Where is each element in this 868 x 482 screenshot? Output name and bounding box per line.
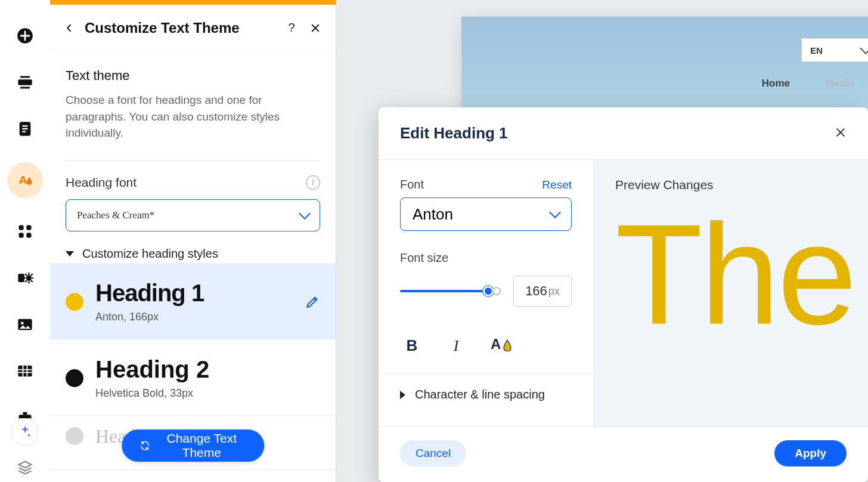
customize-styles-label: Customize heading styles — [82, 247, 218, 261]
close-icon — [310, 23, 321, 33]
italic-toggle[interactable]: I — [447, 337, 466, 355]
svg-rect-6 — [22, 128, 27, 129]
icon-rail: A — [0, 0, 50, 482]
rail-settings[interactable] — [12, 265, 38, 291]
accent-bar — [50, 0, 336, 5]
change-theme-label: Change Text Theme — [157, 431, 246, 460]
edit-heading-modal: Edit Heading 1 Font Reset Anton Font siz… — [379, 107, 868, 482]
font-select-dropdown[interactable]: Anton — [400, 197, 572, 231]
color-bullet — [66, 293, 83, 311]
grid-icon — [17, 223, 33, 240]
nav-home[interactable]: Home — [762, 78, 790, 89]
panel-title: Customize Text Theme — [85, 20, 276, 36]
close-modal-button[interactable] — [835, 125, 847, 142]
panel-body: Text theme Choose a font for headings an… — [50, 51, 336, 482]
text-theme-title: Text theme — [66, 68, 320, 84]
heading-style-name: Heading 2 — [95, 357, 320, 381]
style-toggles: B I A — [400, 330, 572, 373]
text-theme-desc: Choose a font for headings and one for p… — [66, 92, 320, 141]
language-value: EN — [810, 45, 823, 55]
rail-add[interactable] — [12, 23, 38, 49]
reset-font-link[interactable]: Reset — [542, 178, 572, 191]
rail-ai[interactable] — [12, 419, 38, 445]
close-icon — [835, 126, 847, 138]
preview-nav: Home Media Local Ammenities — [461, 78, 868, 89]
heading-font-row: Heading font i — [66, 175, 320, 190]
nav-media[interactable]: Media — [826, 78, 854, 89]
svg-point-16 — [21, 322, 24, 325]
font-field-label: Font — [400, 178, 424, 191]
cancel-button[interactable]: Cancel — [400, 440, 466, 466]
svg-rect-17 — [18, 366, 32, 377]
rail-theme[interactable]: A — [7, 162, 43, 198]
svg-rect-2 — [20, 76, 30, 78]
rail-media[interactable] — [12, 311, 38, 338]
puzzle-gear-icon — [17, 270, 33, 286]
font-size-label: Font size — [400, 251, 572, 265]
text-color-toggle[interactable]: A — [491, 337, 511, 355]
help-button[interactable]: ? — [283, 20, 300, 36]
customize-heading-styles-toggle[interactable]: Customize heading styles — [66, 247, 320, 261]
heading-style-meta: Anton, 166px — [95, 311, 293, 323]
font-size-slider[interactable] — [400, 285, 501, 297]
modal-title: Edit Heading 1 — [400, 124, 508, 143]
rail-sections[interactable] — [12, 69, 38, 95]
color-drop-icon — [503, 339, 512, 351]
rail-layers[interactable] — [12, 459, 38, 476]
slider-end-marker — [492, 287, 501, 295]
rail-apps[interactable] — [12, 218, 38, 245]
rail-pages[interactable] — [12, 116, 38, 142]
side-panel: Customize Text Theme ? Text theme Choose… — [50, 0, 336, 482]
heading-style-item-1[interactable]: Heading 1 Anton, 166px — [50, 263, 336, 339]
apply-button[interactable]: Apply — [774, 440, 847, 466]
bold-toggle[interactable]: B — [402, 336, 421, 355]
layers-icon — [17, 459, 33, 476]
back-button[interactable] — [62, 21, 76, 35]
pencil-icon — [305, 294, 320, 310]
svg-rect-10 — [26, 225, 31, 230]
plus-circle-icon — [17, 27, 33, 44]
svg-rect-3 — [20, 87, 30, 89]
table-icon — [17, 363, 33, 379]
svg-text:A: A — [19, 174, 27, 186]
close-panel-button[interactable] — [307, 20, 324, 36]
svg-rect-1 — [18, 79, 32, 85]
text-theme-icon: A — [17, 172, 33, 189]
rail-table[interactable] — [12, 358, 38, 384]
triangle-right-icon — [400, 391, 405, 399]
svg-point-14 — [26, 275, 32, 280]
svg-rect-12 — [26, 233, 31, 237]
refresh-icon — [140, 439, 150, 452]
chevron-down-icon — [860, 42, 868, 54]
language-select[interactable]: EN — [801, 38, 868, 62]
chevron-down-icon — [549, 206, 561, 218]
font-size-unit: px — [548, 285, 560, 298]
svg-rect-9 — [19, 225, 24, 230]
character-line-spacing-toggle[interactable]: Character & line spacing — [400, 373, 572, 416]
change-text-theme-button[interactable]: Change Text Theme — [122, 430, 265, 462]
modal-preview: Preview Changes The — [593, 160, 868, 427]
page-icon — [17, 120, 33, 137]
divider — [66, 160, 320, 161]
image-icon — [17, 316, 33, 333]
color-bullet — [66, 369, 83, 387]
section-icon — [17, 74, 33, 91]
edit-style-button[interactable] — [305, 294, 320, 310]
font-size-input[interactable]: 166px — [513, 276, 572, 307]
chevron-left-icon — [64, 23, 75, 33]
heading-style-meta: Helvetica Bold, 33px — [95, 387, 320, 400]
svg-rect-7 — [22, 131, 26, 132]
preview-changes-label: Preview Changes — [615, 178, 847, 192]
font-select-value: Anton — [413, 205, 453, 224]
heading-style-item-2[interactable]: Heading 2 Helvetica Bold, 33px — [50, 339, 336, 416]
info-icon[interactable]: i — [306, 175, 320, 190]
sparkle-icon — [17, 424, 33, 440]
font-size-value: 166 — [525, 283, 547, 299]
slider-fill — [400, 290, 488, 292]
svg-rect-19 — [23, 412, 27, 415]
panel-header: Customize Text Theme ? — [50, 5, 336, 51]
modal-footer: Cancel Apply — [379, 427, 868, 482]
heading-font-dropdown[interactable]: Peaches & Cream* — [66, 199, 320, 231]
preview-text: The — [615, 210, 847, 339]
letter-a-icon: A — [491, 336, 501, 353]
